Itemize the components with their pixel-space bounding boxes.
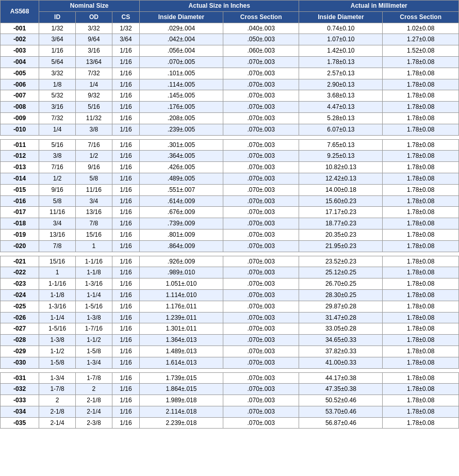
cell-od: 1-3/16 bbox=[75, 278, 112, 290]
cell-id: 1-7/8 bbox=[39, 384, 76, 395]
cell-cs-mm: 1.78±0.08 bbox=[383, 90, 459, 102]
cell-od: 1-5/8 bbox=[75, 346, 112, 357]
table-row: -01913/1615/161/16.801±.009.070±.00320.3… bbox=[1, 229, 459, 240]
table-row: -0301-5/81-3/41/161.614±.013.070±.00341.… bbox=[1, 357, 459, 368]
table-row: -02115/161-1/161/16.926±.009.070±.00323.… bbox=[1, 256, 459, 267]
cell-cs: 1/16 bbox=[112, 151, 139, 162]
cell-cs-mm: 1.78±0.08 bbox=[383, 301, 459, 312]
cell-id-actual: 1.739±.015 bbox=[140, 372, 223, 384]
cell-id-actual: .056±.004 bbox=[140, 45, 223, 57]
cell-cs-mm: 1.78±0.08 bbox=[383, 112, 459, 124]
cell-id: 1/32 bbox=[39, 23, 76, 34]
table-row: -0061/81/41/16.114±.005.070±.0032.90±0.1… bbox=[1, 79, 459, 90]
table-row: -0101/43/81/16.239±.005.070±.0036.07±0.1… bbox=[1, 124, 459, 135]
cell-cs-mm: 1.78±0.08 bbox=[383, 357, 459, 368]
cell-id: 5/16 bbox=[39, 139, 76, 151]
cell-as568: -018 bbox=[1, 218, 39, 229]
cell-cs: 1/16 bbox=[112, 312, 139, 323]
table-row: -0271-5/161-7/161/161.301±.011.070±.0033… bbox=[1, 323, 459, 335]
table-row: -0183/47/81/16.739±.009.070±.00318.77±0.… bbox=[1, 218, 459, 229]
cell-as568: -008 bbox=[1, 102, 39, 113]
cell-cs: 1/16 bbox=[112, 384, 139, 395]
cell-cs-mm: 1.78±0.08 bbox=[383, 417, 459, 429]
cell-id-actual: 1.989±.018 bbox=[140, 395, 223, 406]
cell-id-mm: 7.65±0.13 bbox=[299, 139, 383, 151]
table-row: -0141/25/81/16.489±.005.070±.00312.42±0.… bbox=[1, 173, 459, 184]
cell-id: 5/8 bbox=[39, 195, 76, 207]
cell-cs: 1/16 bbox=[112, 124, 139, 135]
cell-cs: 1/16 bbox=[112, 90, 139, 102]
table-row: -0031/163/161/16.056±.004.060±.0031.42±0… bbox=[1, 45, 459, 57]
cell-cs-mm: 1.78±0.08 bbox=[383, 335, 459, 346]
cell-id-mm: 10.82±0.13 bbox=[299, 162, 383, 173]
cell-id-mm: 50.52±0.46 bbox=[299, 395, 383, 406]
cell-id-actual: .676±.009 bbox=[140, 207, 223, 218]
cell-id-mm: 44.17±0.38 bbox=[299, 372, 383, 384]
cell-id: 3/64 bbox=[39, 34, 76, 45]
cell-as568: -035 bbox=[1, 417, 39, 429]
cell-cs-actual: .070±.003 bbox=[223, 278, 299, 290]
cell-od: 9/16 bbox=[75, 162, 112, 173]
cell-id-actual: .070±.005 bbox=[140, 56, 223, 68]
cell-id-mm: 14.00±0.18 bbox=[299, 184, 383, 195]
cell-cs: 1/16 bbox=[112, 173, 139, 184]
cell-id-mm: 28.30±0.25 bbox=[299, 289, 383, 301]
cell-od: 3/16 bbox=[75, 45, 112, 57]
cell-id-mm: 9.25±0.13 bbox=[299, 151, 383, 162]
table-row: -0011/323/321/32.029±.004.040±.0030.74±0… bbox=[1, 23, 459, 34]
cell-cs-actual: .070±.003 bbox=[223, 124, 299, 135]
table-row: -0053/327/321/16.101±.005.070±.0032.57±0… bbox=[1, 68, 459, 79]
cell-as568: -002 bbox=[1, 34, 39, 45]
cell-id-mm: 37.82±0.33 bbox=[299, 346, 383, 357]
cell-id-actual: .989±.010 bbox=[140, 267, 223, 278]
cell-id-mm: 15.60±0.23 bbox=[299, 195, 383, 207]
cell-od: 7/16 bbox=[75, 139, 112, 151]
cell-cs-mm: 1.78±0.08 bbox=[383, 323, 459, 335]
table-row: -0123/81/21/16.364±.005.070±.0039.25±0.1… bbox=[1, 151, 459, 162]
cell-cs-actual: .070±.003 bbox=[223, 289, 299, 301]
cell-od: 5/8 bbox=[75, 173, 112, 184]
cell-id: 11/16 bbox=[39, 207, 76, 218]
header-inside-diameter-mm: Inside Diameter bbox=[299, 11, 383, 23]
cell-id-actual: .042±.004 bbox=[140, 34, 223, 45]
cell-cs-actual: .070±.003 bbox=[223, 372, 299, 384]
header-inside-diameter: Inside Diameter bbox=[140, 11, 223, 23]
cell-cs-actual: .070±.003 bbox=[223, 395, 299, 406]
cell-id: 1-5/16 bbox=[39, 323, 76, 335]
cell-od: 2 bbox=[75, 384, 112, 395]
cell-cs-actual: .070±.003 bbox=[223, 406, 299, 417]
cell-cs: 1/16 bbox=[112, 335, 139, 346]
cell-id: 1/4 bbox=[39, 124, 76, 135]
cell-id-actual: .489±.005 bbox=[140, 173, 223, 184]
cell-od: 1 bbox=[75, 240, 112, 252]
cell-od: 1/2 bbox=[75, 151, 112, 162]
cell-id: 1 bbox=[39, 267, 76, 278]
cell-id-mm: 34.65±0.33 bbox=[299, 335, 383, 346]
header-actual-inches: Actual Size in Inches bbox=[140, 1, 299, 12]
header-id: ID bbox=[39, 11, 76, 23]
cell-cs-mm: 1.78±0.08 bbox=[383, 195, 459, 207]
cell-as568: -016 bbox=[1, 195, 39, 207]
cell-cs: 3/64 bbox=[112, 34, 139, 45]
cell-od: 9/64 bbox=[75, 34, 112, 45]
cell-cs-actual: .070±.003 bbox=[223, 417, 299, 429]
cell-id: 1-5/8 bbox=[39, 357, 76, 368]
cell-cs: 1/16 bbox=[112, 395, 139, 406]
cell-cs: 1/16 bbox=[112, 207, 139, 218]
cell-id: 1-1/4 bbox=[39, 312, 76, 323]
cell-id-mm: 6.07±0.13 bbox=[299, 124, 383, 135]
cell-as568: -011 bbox=[1, 139, 39, 151]
table-row: -0115/167/161/16.301±.005.070±.0037.65±0… bbox=[1, 139, 459, 151]
table-row: -0352-1/42-3/81/162.239±.018.070±.00356.… bbox=[1, 417, 459, 429]
cell-cs: 1/16 bbox=[112, 357, 139, 368]
cell-cs-actual: .070±.003 bbox=[223, 102, 299, 113]
cell-cs-actual: .070±.003 bbox=[223, 346, 299, 357]
cell-cs-mm: 1.78±0.08 bbox=[383, 102, 459, 113]
cell-id-mm: 31.47±0.28 bbox=[299, 312, 383, 323]
cell-od: 15/16 bbox=[75, 229, 112, 240]
cell-od: 3/32 bbox=[75, 23, 112, 34]
cell-id-mm: 25.12±0.25 bbox=[299, 267, 383, 278]
cell-cs-actual: .070±.003 bbox=[223, 240, 299, 252]
cell-cs-mm: 1.78±0.08 bbox=[383, 173, 459, 184]
table-row: -0159/1611/161/16.551±.007.070±.00314.00… bbox=[1, 184, 459, 195]
